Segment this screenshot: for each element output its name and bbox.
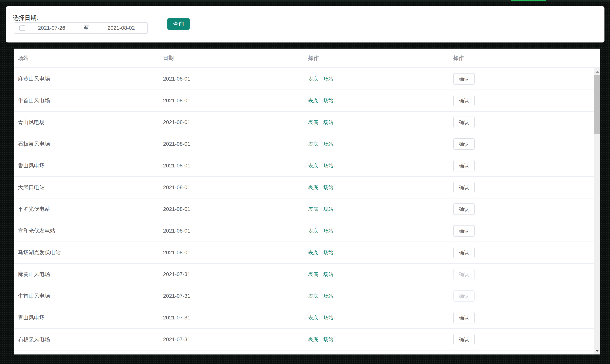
changzhan-link[interactable]: 场站 (324, 249, 333, 256)
row-action-cell: 确认 (449, 312, 594, 324)
changzhan-link[interactable]: 场站 (324, 141, 333, 147)
table-row: 麻黄山风电场 2021-08-01 表底 场站 确认 (14, 68, 594, 90)
table-row: 马场湖光发伏电站 2021-08-01 表底 场站 确认 (14, 242, 594, 264)
row-action-cell: 确认 (449, 203, 594, 215)
biaodi-link[interactable]: 表底 (308, 293, 318, 299)
changzhan-link[interactable]: 场站 (324, 228, 333, 234)
row-action-cell: 确认 (449, 182, 594, 193)
row-links-cell: 表底 场站 (304, 228, 449, 234)
column-header-station: 场站 (14, 54, 159, 62)
table-row: 宣和光伏发电站 2021-08-01 表底 场站 确认 (14, 220, 594, 242)
biaodi-link[interactable]: 表底 (308, 314, 318, 321)
station-cell: 石板泉风电场 (14, 336, 159, 343)
station-cell: 宣和光伏发电站 (14, 227, 159, 234)
date-cell: 2021-08-01 (159, 141, 304, 147)
date-cell: 2021-08-01 (159, 206, 304, 212)
page-background: 选择日期: 2021-07-26 至 2021-08-02 查询 场站 (0, 0, 610, 364)
row-action-cell: 确认 (449, 225, 594, 236)
station-cell: 青山风电场 (14, 119, 159, 126)
date-end-value[interactable]: 2021-08-02 (95, 25, 147, 31)
confirm-button: 确认 (453, 269, 475, 280)
station-cell: 石板泉风电场 (14, 140, 159, 148)
scrollbar-thumb[interactable] (594, 75, 600, 134)
confirm-button[interactable]: 确认 (453, 312, 475, 324)
filter-panel: 选择日期: 2021-07-26 至 2021-08-02 查询 (6, 6, 604, 42)
changzhan-link[interactable]: 场站 (324, 206, 333, 213)
row-links-cell: 表底 场站 (304, 162, 449, 169)
station-cell: 青山风电场 (14, 314, 159, 321)
confirm-button[interactable]: 确认 (453, 95, 475, 106)
table-row: 青山风电场 2021-08-01 表底 场站 确认 (14, 112, 594, 133)
confirm-button: 确认 (453, 290, 475, 302)
date-cell: 2021-08-01 (159, 119, 304, 125)
scroll-down-button[interactable] (594, 348, 600, 354)
changzhan-link[interactable]: 场站 (324, 336, 333, 343)
table-row: 牛首山风电场 2021-07-31 表底 场站 确认 (14, 285, 594, 307)
row-links-cell: 表底 场站 (304, 97, 449, 104)
arrow-up-icon (595, 71, 599, 73)
column-header-actions-2: 操作 (449, 54, 594, 62)
column-header-actions-1: 操作 (304, 54, 449, 62)
date-filter-label: 选择日期: (13, 14, 38, 22)
vertical-scrollbar[interactable] (594, 68, 600, 354)
column-header-date: 日期 (159, 54, 304, 62)
station-cell: 麻黄山风电场 (14, 75, 159, 82)
confirm-button[interactable]: 确认 (453, 160, 475, 171)
station-cell: 平罗光伏电站 (14, 206, 159, 213)
row-links-cell: 表底 场站 (304, 249, 449, 256)
table-row: 大武口电站 2021-08-01 表底 场站 确认 (14, 177, 594, 198)
row-action-cell: 确认 (449, 117, 594, 128)
confirm-button[interactable]: 确认 (453, 225, 475, 236)
row-links-cell: 表底 场站 (304, 314, 449, 321)
row-links-cell: 表底 场站 (304, 206, 449, 213)
date-cell: 2021-07-31 (159, 271, 304, 277)
confirm-button[interactable]: 确认 (453, 203, 475, 215)
table-body: 麻黄山风电场 2021-08-01 表底 场站 确认 牛首山风电场 2021-0… (14, 68, 594, 354)
station-cell: 马场湖光发伏电站 (14, 249, 159, 256)
table-row: 牛首山风电场 2021-08-01 表底 场站 确认 (14, 90, 594, 112)
changzhan-link[interactable]: 场站 (324, 119, 333, 126)
changzhan-link[interactable]: 场站 (324, 314, 333, 321)
row-links-cell: 表底 场站 (304, 184, 449, 191)
confirm-button[interactable]: 确认 (453, 138, 475, 150)
biaodi-link[interactable]: 表底 (308, 228, 318, 234)
biaodi-link[interactable]: 表底 (308, 97, 318, 104)
date-cell: 2021-08-01 (159, 184, 304, 191)
row-action-cell: 确认 (449, 269, 594, 280)
changzhan-link[interactable]: 场站 (324, 184, 333, 191)
biaodi-link[interactable]: 表底 (308, 162, 318, 169)
biaodi-link[interactable]: 表底 (308, 184, 318, 191)
biaodi-link[interactable]: 表底 (308, 249, 318, 256)
row-links-cell: 表底 场站 (304, 76, 449, 82)
date-cell: 2021-08-01 (159, 249, 304, 256)
biaodi-link[interactable]: 表底 (308, 336, 318, 343)
row-links-cell: 表底 场站 (304, 141, 449, 147)
confirm-button[interactable]: 确认 (453, 334, 475, 345)
biaodi-link[interactable]: 表底 (308, 141, 318, 147)
scroll-up-button[interactable] (594, 68, 600, 75)
biaodi-link[interactable]: 表底 (308, 76, 318, 82)
confirm-button[interactable]: 确认 (453, 73, 475, 85)
biaodi-link[interactable]: 表底 (308, 119, 318, 126)
query-button[interactable]: 查询 (167, 18, 190, 30)
date-range-picker[interactable]: 2021-07-26 至 2021-08-02 (14, 22, 148, 34)
confirm-button[interactable]: 确认 (453, 117, 475, 128)
row-action-cell: 确认 (449, 334, 594, 345)
changzhan-link[interactable]: 场站 (324, 97, 333, 104)
changzhan-link[interactable]: 场站 (324, 271, 333, 278)
confirm-button[interactable]: 确认 (453, 182, 475, 193)
table-row: 石板泉风电场 2021-08-01 表底 场站 确认 (14, 133, 594, 155)
row-links-cell: 表底 场站 (304, 293, 449, 299)
date-start-value[interactable]: 2021-07-26 (25, 25, 78, 31)
changzhan-link[interactable]: 场站 (324, 76, 333, 82)
biaodi-link[interactable]: 表底 (308, 206, 318, 213)
date-cell: 2021-08-01 (159, 98, 304, 104)
changzhan-link[interactable]: 场站 (324, 293, 333, 299)
row-links-cell: 表底 场站 (304, 336, 449, 343)
confirm-button[interactable]: 确认 (453, 247, 475, 258)
changzhan-link[interactable]: 场站 (324, 162, 333, 169)
row-action-cell: 确认 (449, 247, 594, 258)
row-action-cell: 确认 (449, 73, 594, 85)
biaodi-link[interactable]: 表底 (308, 271, 318, 278)
calendar-icon (19, 25, 25, 31)
